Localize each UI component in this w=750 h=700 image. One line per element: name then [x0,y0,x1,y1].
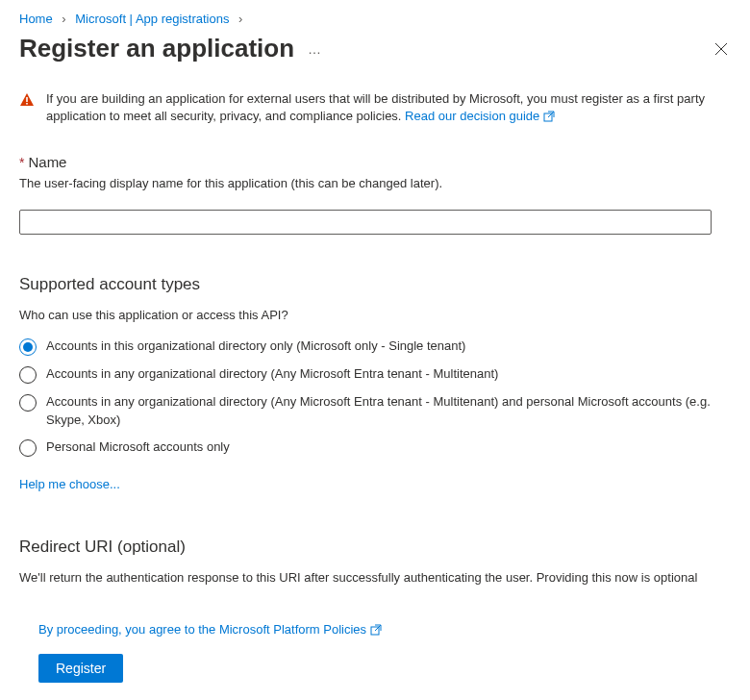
warning-icon [19,92,35,108]
chevron-right-icon: › [238,12,242,26]
radio-label: Accounts in any organizational directory… [46,393,725,428]
platform-policies-link[interactable]: By proceeding, you agree to the Microsof… [38,622,382,638]
close-icon [714,42,728,56]
name-input[interactable] [19,210,712,235]
breadcrumb-home[interactable]: Home [19,12,53,26]
more-menu-icon[interactable]: … [308,41,322,57]
external-link-icon [543,110,555,127]
form-scroll-area[interactable]: If you are building an application for e… [19,90,731,608]
decision-guide-link[interactable]: Read our decision guide [405,109,555,123]
radio-single-tenant[interactable]: Accounts in this organizational director… [19,338,725,356]
radio-icon [19,366,37,384]
svg-rect-1 [26,103,28,105]
warning-alert: If you are building an application for e… [19,90,725,127]
close-button[interactable] [712,39,731,59]
radio-label: Accounts in any organizational directory… [46,365,498,383]
breadcrumb: Home › Microsoft | App registrations › [19,12,731,26]
chevron-right-icon: › [62,12,65,26]
radio-personal-only[interactable]: Personal Microsoft accounts only [19,438,725,457]
footer: By proceeding, you agree to the Microsof… [19,608,731,700]
radio-multitenant-personal[interactable]: Accounts in any organizational directory… [19,393,725,428]
warning-message: If you are building an application for e… [46,91,705,123]
external-link-icon [370,624,382,638]
warning-text: If you are building an application for e… [46,90,725,127]
account-types-desc: Who can use this application or access t… [19,308,725,322]
name-label: Name [28,154,66,170]
page-title: Register an application [19,34,294,63]
required-indicator: * [19,155,24,170]
account-types-radio-group: Accounts in this organizational director… [19,338,725,456]
redirect-desc: We'll return the authentication response… [19,570,725,585]
radio-icon [19,338,37,356]
name-desc: The user-facing display name for this ap… [19,176,725,190]
radio-multitenant[interactable]: Accounts in any organizational directory… [19,365,725,384]
register-button[interactable]: Register [38,654,123,683]
radio-label: Personal Microsoft accounts only [46,438,230,456]
help-me-choose-link[interactable]: Help me choose... [19,477,120,491]
breadcrumb-parent[interactable]: Microsoft | App registrations [75,12,229,26]
radio-icon [19,394,37,412]
radio-label: Accounts in this organizational director… [46,338,465,355]
account-types-heading: Supported account types [19,275,725,294]
redirect-heading: Redirect URI (optional) [19,538,725,557]
radio-icon [19,439,37,457]
svg-rect-0 [26,97,28,102]
